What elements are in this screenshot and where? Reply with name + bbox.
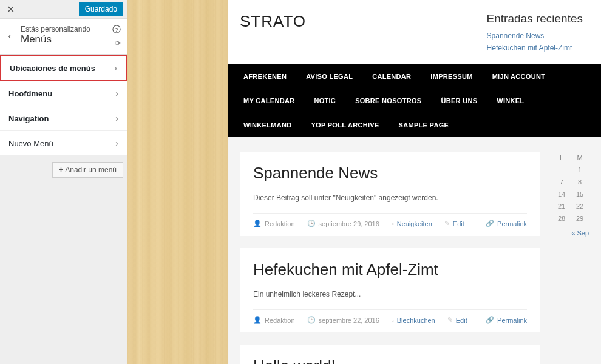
recent-entry-link[interactable]: Spannende News: [487, 32, 583, 40]
svg-text:?: ?: [115, 27, 118, 33]
customizer-sidebar: ✕ Guardado ‹ Estás personalizando Menús …: [0, 0, 127, 364]
nav-item[interactable]: MIJN ACCOUNT: [483, 64, 555, 89]
post-meta: 👤Redaktion 🕒septiembre 29, 2016 ▫Neuigke…: [253, 213, 527, 228]
bookmark-icon: ▫: [392, 220, 394, 228]
nav-item[interactable]: AVISO LEGAL: [296, 64, 362, 89]
user-icon: 👤: [253, 316, 262, 324]
post-author: Redaktion: [265, 317, 295, 324]
cal-cell: 28: [555, 215, 568, 222]
post-author: Redaktion: [265, 220, 295, 228]
post-category[interactable]: Neuigkeiten: [397, 220, 432, 228]
menu-item-navigation[interactable]: Navigation ›: [0, 106, 127, 131]
chevron-right-icon: ›: [115, 113, 118, 123]
cal-cell: 7: [555, 178, 568, 186]
post-meta: 👤Redaktion 🕒septiembre 22, 2016 ▫Blechku…: [253, 309, 527, 324]
chevron-right-icon: ›: [115, 138, 118, 148]
sidebar-header: ‹ Estás personalizando Menús ?: [0, 19, 127, 55]
calendar-prev-link[interactable]: « Sep: [552, 229, 589, 237]
pencil-icon: ✎: [444, 220, 450, 228]
nav-item[interactable]: SOBRE NOSOTROS: [345, 89, 431, 113]
chevron-right-icon: ›: [114, 63, 117, 73]
nav-item[interactable]: YOP POLL ARCHIVE: [301, 113, 389, 137]
post-card: Hefekuchen mit Apfel-Zimt Ein unheimlich…: [240, 248, 540, 332]
cal-day-label: M: [574, 154, 586, 161]
nav-item[interactable]: ÜBER UNS: [431, 89, 487, 113]
link-icon: 🔗: [486, 316, 494, 324]
nav-item[interactable]: WINKEL: [487, 89, 534, 113]
menu-item-nuevo[interactable]: Nuevo Menú ›: [0, 131, 127, 156]
nav-item[interactable]: SAMPLE PAGE: [389, 113, 459, 137]
cal-cell: 29: [574, 215, 586, 222]
permalink-link[interactable]: Permalink: [497, 317, 527, 324]
cal-cell: 1: [574, 166, 586, 174]
menu-item-label: Nuevo Menú: [8, 139, 53, 148]
menu-item-hoofdmenu[interactable]: Hoofdmenu ›: [0, 81, 127, 106]
calendar-head: L M: [552, 152, 589, 164]
site-preview: STRATO Entradas recientes Spannende News…: [228, 0, 601, 364]
user-icon: 👤: [253, 220, 262, 228]
main-navigation: AFREKENEN AVISO LEGAL CALENDAR IMPRESSUM…: [228, 64, 601, 137]
edit-link[interactable]: Edit: [453, 220, 464, 228]
permalink-link[interactable]: Permalink: [497, 220, 527, 228]
menu-item-ubicaciones[interactable]: Ubicaciones de menús ›: [0, 55, 127, 81]
cal-cell: 15: [574, 190, 586, 198]
nav-item[interactable]: IMPRESSUM: [421, 64, 482, 89]
cal-day-label: L: [555, 154, 568, 161]
saved-button[interactable]: Guardado: [79, 2, 123, 16]
sidebar-top-bar: ✕ Guardado: [0, 0, 127, 19]
link-icon: 🔗: [486, 220, 494, 228]
nav-item[interactable]: NOTIC: [304, 89, 345, 113]
close-button[interactable]: ✕: [4, 2, 17, 16]
back-button[interactable]: ‹: [2, 30, 17, 41]
site-title[interactable]: STRATO: [240, 12, 306, 56]
post-title[interactable]: Spannende News: [253, 164, 527, 183]
post-card: Spannende News Dieser Beitrag soll unter…: [240, 152, 540, 236]
recent-entry-link[interactable]: Hefekuchen mit Apfel-Zimt: [487, 44, 583, 52]
nav-item[interactable]: MY CALENDAR: [234, 89, 304, 113]
cal-cell: [555, 166, 568, 174]
nav-item[interactable]: CALENDAR: [362, 64, 421, 89]
menu-item-label: Hoofdmenu: [8, 89, 52, 98]
help-icon[interactable]: ?: [112, 25, 121, 35]
wood-background: [127, 0, 228, 364]
chevron-right-icon: ›: [115, 89, 118, 98]
gear-icon[interactable]: [112, 39, 121, 49]
preview-header: STRATO Entradas recientes Spannende News…: [228, 0, 601, 64]
recent-entries-widget: Entradas recientes Spannende News Hefeku…: [487, 12, 583, 56]
cal-cell: 22: [574, 203, 586, 210]
clock-icon: 🕒: [307, 316, 316, 324]
post-date: septiembre 22, 2016: [319, 317, 379, 324]
edit-link[interactable]: Edit: [456, 317, 467, 324]
add-menu-button[interactable]: Añadir un menú: [52, 162, 123, 178]
post-title[interactable]: Hefekuchen mit Apfel-Zimt: [253, 260, 527, 279]
post-date: septiembre 29, 2016: [319, 220, 379, 228]
pencil-icon: ✎: [447, 316, 453, 324]
recent-entries-title: Entradas recientes: [487, 12, 583, 25]
post-title[interactable]: Hello world!: [253, 357, 527, 364]
chevron-left-icon: ‹: [8, 30, 12, 41]
header-text: Estás personalizando Menús: [17, 25, 120, 46]
posts-list: Spannende News Dieser Beitrag soll unter…: [240, 152, 540, 364]
content-area: Spannende News Dieser Beitrag soll unter…: [228, 137, 601, 364]
menu-list: Ubicaciones de menús › Hoofdmenu › Navig…: [0, 55, 127, 156]
nav-item[interactable]: AFREKENEN: [234, 64, 296, 89]
customizing-label: Estás personalizando: [21, 25, 120, 33]
section-title: Menús: [21, 33, 120, 46]
menu-item-label: Ubicaciones de menús: [10, 64, 95, 73]
menu-item-label: Navigation: [8, 114, 49, 123]
post-excerpt: Dieser Beitrag soll unter "Neuigkeiten" …: [253, 194, 527, 202]
cal-cell: 14: [555, 190, 568, 198]
post-card: Hello world!: [240, 345, 540, 364]
post-category[interactable]: Blechkuchen: [397, 317, 435, 324]
post-excerpt: Ein unheimlich leckeres Rezept...: [253, 290, 527, 298]
clock-icon: 🕒: [307, 220, 316, 228]
cal-cell: 21: [555, 203, 568, 210]
bookmark-icon: ▫: [392, 317, 394, 324]
cal-cell: 8: [574, 178, 586, 186]
nav-item[interactable]: WINKELMAND: [234, 113, 301, 137]
calendar-widget: L M 1 78 1415 2122 2829 « Sep: [552, 152, 589, 364]
